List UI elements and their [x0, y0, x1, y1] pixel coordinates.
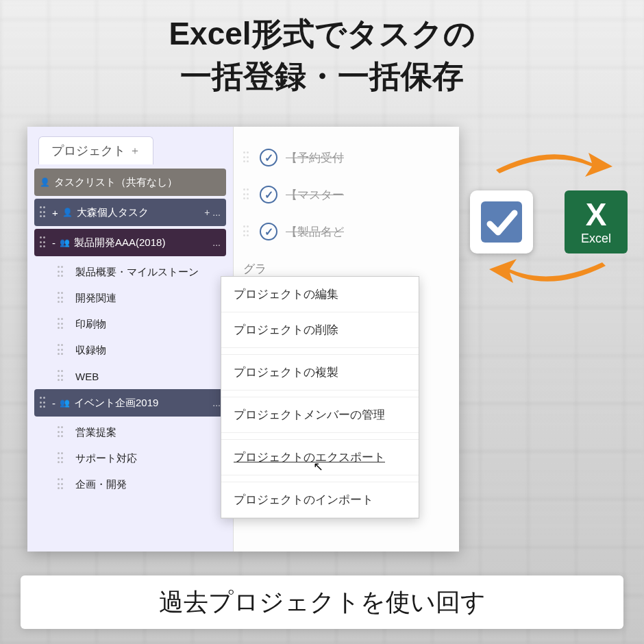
subitem-label: WEB — [75, 371, 99, 382]
check-icon[interactable]: ✓ — [260, 149, 277, 166]
project-subitem[interactable]: 印刷物 — [34, 311, 226, 337]
project-label: 製品開発AAA(2018) — [74, 236, 165, 249]
project-list: 👤 タスクリスト（共有なし） + 👤 大森個人タスク + ... - 👥 製品開… — [27, 164, 233, 497]
drag-handle-icon[interactable] — [243, 188, 251, 201]
task-label: 【マスター — [286, 187, 344, 203]
task-row[interactable]: ✓【製品名ど — [234, 213, 459, 250]
project-label: 大森個人タスク — [77, 206, 149, 219]
headline-line1: Excel形式でタスクの — [0, 12, 644, 55]
drag-handle-icon[interactable] — [58, 344, 66, 356]
project-more[interactable]: ... — [212, 397, 221, 408]
footer-text: 過去プロジェクトを使い回す — [159, 586, 486, 619]
project-subitem[interactable]: 収録物 — [34, 337, 226, 363]
person-icon: 👤 — [62, 208, 73, 217]
project-row-omori[interactable]: + 👤 大森個人タスク + ... — [34, 199, 226, 226]
arrow-right-icon — [489, 149, 612, 177]
collapse-toggle[interactable]: - — [52, 397, 55, 409]
subitem-label: 営業提案 — [75, 426, 116, 439]
headline: Excel形式でタスクの 一括登録・一括保存 — [0, 0, 644, 97]
subitem-label: サポート対応 — [75, 452, 137, 465]
excel-label: Excel — [581, 232, 611, 246]
project-subitem[interactable]: WEB — [34, 363, 226, 389]
convert-block: X Excel — [470, 149, 628, 286]
drag-handle-icon[interactable] — [58, 266, 66, 278]
footer-bar: 過去プロジェクトを使い回す — [21, 575, 623, 629]
subitem-label: 企画・開発 — [75, 478, 127, 491]
menu-divider — [221, 475, 419, 482]
project-tab-label: プロジェクト — [51, 143, 125, 159]
app-logo-icon — [470, 190, 533, 253]
drag-handle-icon[interactable] — [58, 478, 66, 491]
menu-delete-project[interactable]: プロジェクトの削除 — [221, 312, 419, 348]
drag-handle-icon[interactable] — [243, 151, 251, 164]
project-tab[interactable]: プロジェクト ＋ — [38, 136, 153, 164]
project-label: イベント企画2019 — [74, 397, 158, 410]
menu-duplicate-project[interactable]: プロジェクトの複製 — [221, 355, 419, 391]
project-row-event2019[interactable]: - 👥 イベント企画2019 ... — [34, 389, 226, 417]
arrow-left-icon — [489, 259, 612, 286]
task-row[interactable]: ✓【予約受付 — [234, 139, 459, 176]
project-row-tasklist[interactable]: 👤 タスクリスト（共有なし） — [34, 169, 226, 196]
drag-handle-icon[interactable] — [58, 318, 66, 330]
project-subitem[interactable]: サポート対応 — [34, 445, 226, 471]
task-label: グラ — [243, 261, 267, 277]
menu-manage-members[interactable]: プロジェクトメンバーの管理 — [221, 397, 419, 433]
headline-line2: 一括登録・一括保存 — [0, 55, 644, 97]
drag-handle-icon[interactable] — [58, 452, 66, 465]
collapse-toggle[interactable]: + — [52, 207, 58, 219]
drag-handle-icon[interactable] — [243, 225, 251, 238]
project-subitem[interactable]: 企画・開発 — [34, 471, 226, 497]
project-subitem[interactable]: 製品概要・マイルストーン — [34, 259, 226, 285]
subitem-label: 印刷物 — [75, 318, 106, 331]
excel-logo-icon: X Excel — [565, 190, 628, 253]
drag-handle-icon[interactable] — [58, 370, 66, 382]
add-project-icon[interactable]: ＋ — [129, 144, 140, 158]
drag-handle-icon[interactable] — [58, 426, 66, 438]
svg-rect-0 — [481, 201, 522, 243]
cursor-icon: ↖ — [313, 459, 323, 474]
project-more[interactable]: ... — [212, 237, 221, 248]
people-icon: 👥 — [60, 398, 70, 408]
check-icon[interactable]: ✓ — [260, 186, 277, 203]
excel-x: X — [586, 199, 607, 230]
sidebar: プロジェクト ＋ 👤 タスクリスト（共有なし） + 👤 大森個人タスク + ..… — [27, 127, 233, 552]
task-row[interactable]: ✓【マスター — [234, 176, 459, 213]
subitem-label: 開発関連 — [75, 292, 116, 305]
task-label: 【製品名ど — [286, 224, 344, 240]
menu-divider — [221, 391, 419, 397]
project-row-aaa2018[interactable]: - 👥 製品開発AAA(2018) ... — [34, 229, 226, 256]
people-icon: 👥 — [60, 238, 70, 247]
collapse-toggle[interactable]: - — [52, 237, 55, 249]
menu-divider — [221, 433, 419, 440]
project-label: タスクリスト（共有なし） — [54, 176, 177, 189]
drag-handle-icon[interactable] — [40, 206, 48, 219]
drag-handle-icon[interactable] — [40, 236, 48, 249]
drag-handle-icon[interactable] — [40, 397, 48, 409]
project-subitem[interactable]: 開発関連 — [34, 285, 226, 311]
menu-edit-project[interactable]: プロジェクトの編集 — [221, 277, 419, 312]
drag-handle-icon[interactable] — [58, 292, 66, 304]
menu-divider — [221, 348, 419, 355]
project-more[interactable]: + ... — [204, 207, 221, 218]
menu-import-project[interactable]: プロジェクトのインポート — [221, 482, 419, 518]
person-lock-icon: 👤 — [40, 177, 50, 187]
task-label: 【予約受付 — [286, 150, 344, 166]
check-icon[interactable]: ✓ — [260, 223, 277, 240]
project-subitem[interactable]: 営業提案 — [34, 419, 226, 445]
subitem-label: 収録物 — [75, 344, 106, 357]
subitem-label: 製品概要・マイルストーン — [75, 266, 199, 279]
context-menu: プロジェクトの編集 プロジェクトの削除 プロジェクトの複製 プロジェクトメンバー… — [221, 276, 419, 519]
